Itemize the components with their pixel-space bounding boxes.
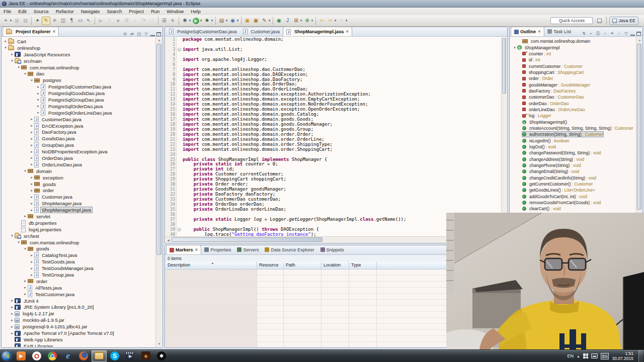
bottom-tab-snippets[interactable]: Snippets [317, 245, 347, 254]
menu-run[interactable]: Run [147, 8, 163, 15]
editor-vscrollbar[interactable] [501, 37, 507, 237]
tree-item[interactable]: ▸PostgreSqlGroupDao.java [2, 97, 155, 103]
outline-item[interactable]: logOut() : void [510, 144, 636, 150]
taskbar-app-internet-explorer[interactable]: e [60, 350, 75, 362]
tree-item[interactable]: ▾goods [2, 246, 155, 252]
code-line[interactable]: 3−import java.util.List; [166, 47, 501, 52]
tree-item[interactable]: Web App Libraries [2, 336, 155, 343]
dropdown-arrow-icon[interactable]: ▼ [210, 19, 214, 22]
tree-item[interactable]: db.properties [2, 220, 155, 226]
outline-item[interactable]: removeGoodsFromCart(Goods) : void [510, 200, 636, 206]
collapsed-arrow-icon[interactable]: ▸ [36, 98, 41, 102]
link-icon[interactable]: ∴ [616, 31, 622, 36]
scroll-down-icon[interactable]: ▼ [156, 341, 163, 347]
dropdown-arrow-icon[interactable]: ▼ [188, 19, 192, 22]
collapsed-arrow-icon[interactable]: ▸ [29, 182, 34, 186]
collapsed-arrow-icon[interactable]: ▸ [23, 286, 28, 290]
collapsed-arrow-icon[interactable]: ▸ [36, 104, 41, 108]
close-tab-icon[interactable]: ✕ [195, 248, 198, 252]
code-line[interactable]: 5import org.apache.log4j.Logger; [166, 57, 501, 62]
editor-tab[interactable]: PostgreSqlCustomerDao.java [166, 27, 240, 36]
tree-item[interactable]: ▸TestCustomer.java [2, 291, 155, 298]
taskbar-app-firefox[interactable] [76, 350, 91, 362]
collapsed-arrow-icon[interactable]: ▸ [3, 39, 8, 43]
minimize-view-icon[interactable] [630, 32, 635, 36]
collapsed-arrow-icon[interactable]: ▸ [10, 331, 15, 335]
close-tab-icon[interactable]: ✕ [538, 30, 541, 34]
collapsed-arrow-icon[interactable]: ▸ [29, 117, 34, 121]
tree-item[interactable]: ▸servlet [2, 213, 155, 220]
console-icon[interactable]: ▭ [76, 17, 85, 25]
collapsed-arrow-icon[interactable]: ▸ [10, 299, 15, 303]
open-folder-icon[interactable]: ▣ [243, 17, 252, 25]
view-menu-icon[interactable]: ▽ [623, 31, 629, 36]
tab-outline[interactable]: Outline✕ [511, 27, 544, 36]
view-menu-icon[interactable]: ▽ [143, 32, 149, 36]
focus-task-icon[interactable]: ◳ [136, 32, 142, 36]
taskbar-app-video-editor[interactable]: ▶ [123, 350, 138, 362]
tree-item[interactable]: ▾onlineshop [2, 45, 155, 51]
taskbar-app-file-explorer[interactable] [92, 350, 107, 362]
tab-task-list[interactable]: Task List [544, 27, 574, 36]
collapsed-arrow-icon[interactable]: ▸ [29, 195, 34, 199]
outline-item[interactable]: scounter : int [510, 51, 636, 57]
collapsed-arrow-icon[interactable]: ▸ [23, 279, 28, 283]
hide-static-icon[interactable]: Ⓢ [595, 31, 601, 36]
expanded-arrow-icon[interactable]: ▾ [23, 72, 28, 76]
maximize-view-icon[interactable] [156, 32, 161, 36]
tree-item[interactable]: ▸exception [2, 174, 155, 181]
filter-icon[interactable]: ☰ [160, 17, 169, 25]
highlighter-icon[interactable]: ✎ [42, 17, 50, 25]
bottom-tab-markers[interactable]: Markers✕ [166, 245, 201, 254]
outline-item[interactable]: goodsManager : GoodsManager [510, 81, 636, 87]
collapsed-arrow-icon[interactable]: ▸ [29, 162, 34, 166]
code-line[interactable]: 1package com.mentat.onlineshop.domain; [166, 37, 501, 42]
expanded-arrow-icon[interactable]: ▾ [512, 46, 517, 50]
expanded-arrow-icon[interactable]: ▾ [23, 169, 28, 173]
minimize-view-icon[interactable] [150, 32, 155, 36]
outline-item[interactable]: authorization(String, String) : Customer [510, 131, 636, 137]
hide-local-icon[interactable]: ✶ [609, 31, 615, 36]
tree-item[interactable]: ▸NoDBPropertiesException.java [2, 148, 155, 155]
tab-project-explorer[interactable]: Project Explorer ✕ [3, 27, 59, 36]
menu-search[interactable]: Search [103, 8, 125, 15]
collapsed-arrow-icon[interactable]: ▸ [29, 260, 34, 264]
outline-item[interactable]: createAccount(String, String, String, St… [510, 125, 636, 131]
taskbar-app-obs[interactable]: ✱ [154, 350, 169, 362]
expanded-arrow-icon[interactable]: ▾ [23, 247, 28, 251]
back-icon[interactable]: ⇦ [317, 17, 326, 25]
tree-item[interactable]: ▾com.mentat.onlineshop [2, 239, 155, 246]
dropdown-arrow-icon[interactable]: ▼ [225, 19, 228, 22]
perspective-java-ee-button[interactable]: Java EE [609, 17, 638, 25]
fold-marker-icon[interactable]: − [177, 227, 182, 232]
maximize-view-icon[interactable] [636, 32, 641, 36]
dropdown-arrow-icon[interactable]: ▼ [310, 19, 314, 22]
new-annotation-icon[interactable]: ✳ [50, 17, 59, 25]
debug-attach-icon[interactable]: ✦ [33, 17, 42, 25]
dropdown-arrow-icon[interactable]: ▼ [299, 19, 303, 22]
menu-source[interactable]: Source [30, 8, 52, 15]
tree-item[interactable]: ▸PostgreSqlGoodsDao.java [2, 90, 155, 97]
collapsed-arrow-icon[interactable]: ▸ [36, 111, 41, 115]
collapsed-arrow-icon[interactable]: ▸ [10, 325, 15, 329]
tree-item[interactable]: ▾src/main [2, 58, 155, 64]
code-line[interactable]: 24 [166, 152, 501, 157]
keyboard-layout-icon[interactable] [591, 353, 598, 358]
taskbar-app-chrome[interactable] [45, 350, 60, 362]
hide-nonpublic-icon[interactable]: ○ [602, 31, 608, 36]
import-folder-icon[interactable]: ▣ [252, 17, 260, 25]
menu-project[interactable]: Project [125, 8, 147, 15]
menu-navigate[interactable]: Navigate [77, 8, 104, 15]
tree-item[interactable]: ▸postgresql-9.4-1201.jdbc41.jar [2, 323, 155, 330]
tree-item[interactable]: ▸OrderDao.java [2, 155, 155, 161]
outline-item[interactable]: ShopManagerImpl() [510, 119, 636, 125]
tree-item[interactable]: ▾src/test [2, 233, 155, 239]
tree-item[interactable]: ▸order [2, 278, 155, 285]
collapsed-arrow-icon[interactable]: ▸ [29, 266, 34, 270]
tree-item[interactable]: ▸AllTests.java [2, 285, 155, 291]
outline-item[interactable]: order : Order [510, 75, 636, 81]
start-button[interactable] [2, 351, 12, 361]
tree-item[interactable]: ▸log4j-1.2.17.jar [2, 310, 155, 317]
collapsed-arrow-icon[interactable]: ▸ [23, 214, 28, 218]
tree-item[interactable]: ▸JRE System Library [jre1.8.0_20] [2, 304, 155, 311]
